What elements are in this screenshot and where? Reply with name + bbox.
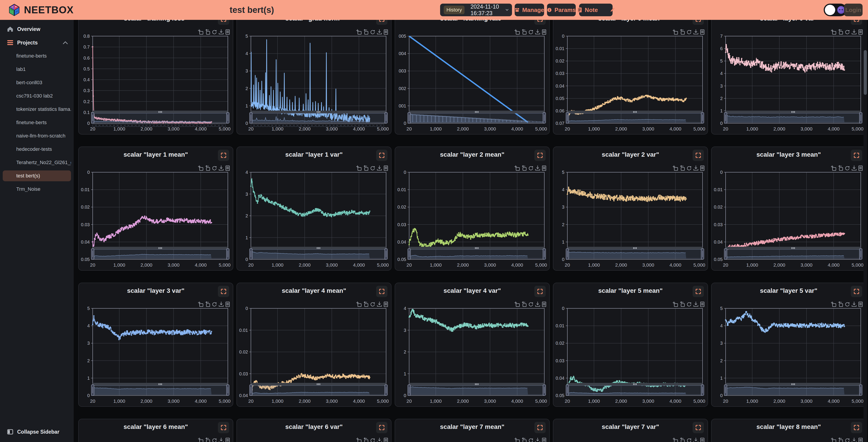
datazoom-navigator[interactable] <box>250 112 388 123</box>
chart-card[interactable]: 6543210201,0002,0003,0004,0005,000scalar… <box>237 419 392 442</box>
zoom-reset-icon[interactable] <box>206 302 210 307</box>
data-view-icon[interactable] <box>226 30 229 35</box>
chart-plot[interactable]: 43210201,0002,0003,0004,0005,000 <box>237 147 392 271</box>
zoom-reset-icon[interactable] <box>522 166 526 170</box>
fullscreen-button[interactable] <box>376 150 388 161</box>
project-item[interactable]: test bert(s) <box>3 170 71 181</box>
data-view-icon[interactable] <box>384 438 388 442</box>
zoom-reset-icon[interactable] <box>839 438 843 442</box>
fullscreen-button[interactable] <box>534 422 546 433</box>
chart-plot[interactable]: 6543210201,0002,0003,0004,0005,000 <box>237 419 392 442</box>
datazoom-navigator[interactable] <box>566 112 704 123</box>
restore-icon[interactable] <box>846 166 849 170</box>
area-zoom-icon[interactable] <box>831 302 836 307</box>
project-item[interactable]: naive-llm-from-scratch <box>3 131 71 141</box>
datazoom-navigator[interactable] <box>408 248 546 259</box>
zoom-reset-icon[interactable] <box>364 166 368 170</box>
fullscreen-button[interactable] <box>692 286 704 297</box>
restore-icon[interactable] <box>371 30 375 34</box>
fullscreen-button[interactable] <box>851 286 862 297</box>
fullscreen-button[interactable] <box>534 286 546 297</box>
save-image-icon[interactable] <box>852 438 856 442</box>
area-zoom-icon[interactable] <box>673 166 678 171</box>
zoom-reset-icon[interactable] <box>522 438 526 442</box>
chart-plot[interactable]: 00.010.020.030.040.05201,0002,0003,0004,… <box>553 283 708 407</box>
chart-card[interactable]: 543210201,0002,0003,0004,0005,000scalar … <box>553 146 708 271</box>
data-view-icon[interactable] <box>701 30 704 35</box>
area-zoom-icon[interactable] <box>356 302 361 307</box>
chart-plot[interactable]: 543210201,0002,0003,0004,0005,000 <box>237 11 392 135</box>
datazoom-handle[interactable] <box>385 112 388 123</box>
datazoom-handle[interactable] <box>701 248 704 259</box>
datazoom-handle[interactable] <box>91 248 94 259</box>
datazoom-scrub-bar[interactable] <box>251 111 386 113</box>
zoom-reset-icon[interactable] <box>364 438 368 442</box>
chart-plot[interactable]: 76543210201,0002,0003,0004,0005,000 <box>712 11 867 135</box>
zoom-reset-icon[interactable] <box>839 166 843 170</box>
zoom-reset-icon[interactable] <box>681 29 684 34</box>
chart-plot[interactable]: 00.010.020.030.040.05201,0002,0003,0004,… <box>79 147 234 271</box>
chart-card[interactable]: 00.010.020.030.04201,0002,0003,0004,0005… <box>78 419 233 442</box>
fullscreen-button[interactable] <box>376 422 388 433</box>
save-image-icon[interactable] <box>219 302 223 306</box>
sidebar-item-projects[interactable]: Projects <box>0 37 74 48</box>
restore-icon[interactable] <box>529 166 533 170</box>
restore-icon[interactable] <box>687 438 691 442</box>
collapse-sidebar-button[interactable]: Collapse Sidebar <box>0 426 74 438</box>
zoom-reset-icon[interactable] <box>206 438 210 442</box>
restore-icon[interactable] <box>371 438 375 442</box>
fullscreen-button[interactable] <box>692 150 704 161</box>
save-image-icon[interactable] <box>535 302 540 306</box>
data-view-icon[interactable] <box>384 302 388 307</box>
chart-plot[interactable]: 76543210201,0002,0003,0004,0005,000 <box>553 419 708 442</box>
chart-plot[interactable]: 00.010.020.030.040.05201,0002,0003,0004,… <box>395 419 550 442</box>
area-zoom-icon[interactable] <box>515 166 520 171</box>
zoom-reset-icon[interactable] <box>206 29 210 34</box>
chart-plot[interactable]: 543210201,0002,0003,0004,0005,000 <box>553 147 708 271</box>
save-image-icon[interactable] <box>694 438 698 442</box>
zoom-reset-icon[interactable] <box>206 166 210 170</box>
save-image-icon[interactable] <box>377 302 381 306</box>
datazoom-handle[interactable] <box>226 385 229 396</box>
data-view-icon[interactable] <box>859 30 862 35</box>
area-zoom-icon[interactable] <box>198 166 203 171</box>
datazoom-scrub-bar[interactable] <box>567 247 703 249</box>
datazoom-navigator[interactable] <box>91 385 229 396</box>
zoom-reset-icon[interactable] <box>839 29 843 34</box>
chart-plot[interactable]: 0050040030020010201,0002,0003,0004,0005,… <box>395 11 550 135</box>
fullscreen-button[interactable] <box>218 422 229 433</box>
data-view-icon[interactable] <box>226 438 229 442</box>
project-item[interactable]: Trm_Noise <box>3 184 71 195</box>
login-button[interactable]: Login <box>844 4 863 16</box>
datazoom-navigator[interactable] <box>566 248 704 259</box>
data-view-icon[interactable] <box>542 438 546 442</box>
manage-button[interactable]: Manage <box>515 4 544 16</box>
datazoom-scrub-bar[interactable] <box>93 383 228 385</box>
chart-plot[interactable]: 00.010.020.030.04201,0002,0003,0004,0005… <box>712 419 867 442</box>
fullscreen-button[interactable] <box>534 150 546 161</box>
datazoom-scrub-bar[interactable] <box>251 247 386 249</box>
restore-icon[interactable] <box>529 302 533 306</box>
datazoom-handle[interactable] <box>408 385 410 396</box>
note-button[interactable]: Note <box>574 4 601 16</box>
data-view-icon[interactable] <box>859 302 862 307</box>
data-view-icon[interactable] <box>226 166 229 171</box>
area-zoom-icon[interactable] <box>356 166 361 171</box>
restore-icon[interactable] <box>529 30 533 34</box>
chart-plot[interactable]: 00.010.020.030.04201,0002,0003,0004,0005… <box>79 419 234 442</box>
restore-icon[interactable] <box>213 30 217 34</box>
datazoom-scrub-bar[interactable] <box>409 383 544 385</box>
save-image-icon[interactable] <box>219 438 223 442</box>
fullscreen-button[interactable] <box>851 150 862 161</box>
data-view-icon[interactable] <box>542 302 546 307</box>
chart-card[interactable]: 00.010.020.030.040.05201,0002,0003,0004,… <box>711 146 866 271</box>
datazoom-scrub-bar[interactable] <box>725 247 861 249</box>
chart-card[interactable]: 00.010.020.030.04201,0002,0003,0004,0005… <box>237 283 392 407</box>
chart-plot[interactable]: 0.80.70.60.50.40.30.20.10201,0002,0003,0… <box>79 11 234 135</box>
datazoom-handle[interactable] <box>250 385 252 396</box>
datazoom-handle[interactable] <box>385 385 388 396</box>
area-zoom-icon[interactable] <box>198 302 203 307</box>
chart-card[interactable]: 00.010.020.030.040.05201,0002,0003,0004,… <box>553 283 708 407</box>
zoom-reset-icon[interactable] <box>681 166 684 170</box>
theme-toggle[interactable] <box>824 4 847 16</box>
